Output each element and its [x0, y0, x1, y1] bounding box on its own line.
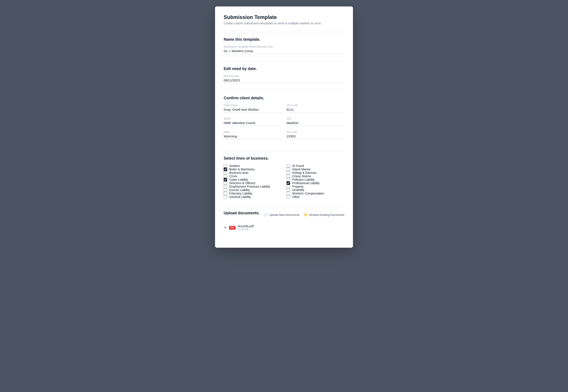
ocean-marine-checkbox[interactable]: [287, 174, 290, 178]
street-value: 0986 Valentine Courts: [224, 121, 281, 126]
inland-marine-label: Inland Marine: [292, 168, 311, 171]
directors-checkbox[interactable]: [224, 181, 227, 185]
boiler-label: Boiler & Machinery: [229, 168, 255, 171]
zip-label: Zip Code: [287, 130, 344, 134]
checkbox-cyber[interactable]: Cyber Liability: [224, 178, 281, 181]
template-name-label: Submission Template Name (Internal Only): [224, 45, 344, 48]
upload-section: Upload documents. 📄 Upload New Documents…: [224, 211, 344, 233]
zip-value: 23353: [287, 134, 344, 140]
umbrella-checkbox[interactable]: [287, 188, 290, 192]
sic-code-label: SIC Code: [287, 104, 344, 107]
divider-3: [224, 90, 344, 91]
checkbox-business-auto[interactable]: Business Auto: [224, 171, 281, 174]
aviation-checkbox[interactable]: [224, 164, 227, 168]
id-fraud-checkbox[interactable]: [287, 164, 290, 168]
excess-checkbox[interactable]: [224, 188, 227, 192]
client-section-heading: Confirm client details.: [224, 96, 344, 100]
checkbox-crime[interactable]: Crime: [224, 174, 281, 178]
business-auto-label: Business Auto: [229, 171, 248, 174]
upload-actions: 📄 Upload New Documents 📁 Browse Existing…: [264, 213, 344, 217]
property-checkbox[interactable]: [287, 185, 290, 188]
need-by-label: Need by date: [224, 74, 344, 78]
checkbox-professional[interactable]: Professional Liability: [287, 181, 344, 185]
street-label: Street: [224, 117, 281, 120]
name-section-heading: Name this template.: [224, 37, 344, 42]
checkbox-umbrella[interactable]: Umbrella: [287, 188, 344, 192]
need-by-section-heading: Edit need by date.: [224, 67, 344, 71]
checkbox-other[interactable]: Other: [287, 195, 344, 199]
checkbox-directors[interactable]: Directors & Officers: [224, 181, 281, 185]
general-label: General Liability: [229, 195, 251, 199]
fiduciary-checkbox[interactable]: [224, 192, 227, 195]
kidnap-checkbox[interactable]: [287, 171, 290, 174]
checkbox-aviation[interactable]: Aviation: [224, 164, 281, 168]
employment-checkbox[interactable]: [224, 185, 227, 188]
checkbox-kidnap[interactable]: Kidnap & Ransom: [287, 171, 344, 174]
checkbox-property[interactable]: Property: [287, 185, 344, 188]
file-info: Accords.pdf 15.60 KB: [238, 224, 254, 231]
directors-label: Directors & Officers: [229, 181, 255, 185]
checkbox-fiduciary[interactable]: Fiduciary Liability: [224, 192, 281, 195]
sic-code-field: SIC Code 9111: [287, 104, 344, 113]
cyber-checkbox[interactable]: [224, 178, 227, 181]
checkbox-col-right: ID Fraud Inland Marine Kidnap & Ransom O…: [287, 164, 344, 199]
lines-of-business-section: Select lines of business. Aviation Boile…: [224, 156, 344, 199]
aviation-label: Aviation: [229, 164, 240, 168]
cyber-label: Cyber Liability: [229, 178, 248, 181]
client-row-2: Street 0986 Valentine Courts City Markfo…: [224, 117, 344, 130]
professional-label: Professional Liability: [292, 181, 320, 185]
modal-title: Submission Template: [224, 14, 344, 20]
business-auto-checkbox[interactable]: [224, 171, 227, 174]
checkbox-pollution[interactable]: Pollution Liability: [287, 178, 344, 181]
template-name-value: GL + Workers Comp: [224, 49, 344, 54]
sic-code-value: 9111: [287, 108, 344, 113]
file-remove-button[interactable]: ✕: [224, 226, 227, 230]
general-checkbox[interactable]: [224, 195, 227, 199]
state-value: Wyoming: [224, 134, 281, 140]
professional-checkbox[interactable]: [287, 181, 290, 185]
checkbox-id-fraud[interactable]: ID Fraud: [287, 164, 344, 168]
checkbox-general[interactable]: General Liability: [224, 195, 281, 199]
pdf-icon: PDF: [229, 226, 236, 230]
client-name-value: Gray, Oneill and Shelton: [224, 108, 281, 113]
browse-icon: 📁: [304, 213, 308, 217]
inland-marine-checkbox[interactable]: [287, 168, 290, 171]
template-name-field: Submission Template Name (Internal Only)…: [224, 45, 344, 54]
client-row-1: Client Name Gray, Oneill and Shelton SIC…: [224, 104, 344, 117]
checkbox-inland-marine[interactable]: Inland Marine: [287, 168, 344, 171]
checkbox-boiler[interactable]: Boiler & Machinery: [224, 168, 281, 171]
lines-section-heading: Select lines of business.: [224, 156, 344, 161]
city-value: Markfort: [287, 121, 344, 126]
pollution-label: Pollution Liability: [292, 178, 315, 181]
submission-template-modal: Submission Template Create custom submis…: [215, 6, 353, 248]
crime-checkbox[interactable]: [224, 174, 227, 178]
upload-header: Upload documents. 📄 Upload New Documents…: [224, 211, 344, 219]
kidnap-label: Kidnap & Ransom: [292, 171, 316, 174]
city-field: City Markfort: [287, 117, 344, 126]
boiler-checkbox[interactable]: [224, 168, 227, 171]
city-label: City: [287, 117, 344, 120]
upload-new-button[interactable]: 📄 Upload New Documents: [264, 213, 299, 217]
need-by-section: Edit need by date. Need by date 08/11/20…: [224, 67, 344, 84]
checkbox-ocean-marine[interactable]: Ocean Marine: [287, 174, 344, 178]
other-checkbox[interactable]: [287, 195, 290, 199]
checkbox-employment[interactable]: Employment Practices Liability: [224, 185, 281, 188]
browse-existing-button[interactable]: 📁 Browse Existing Documents: [304, 213, 344, 217]
street-field: Street 0986 Valentine Courts: [224, 117, 281, 126]
checkbox-excess[interactable]: Excess Liability: [224, 188, 281, 192]
upload-new-icon: 📄: [264, 213, 268, 217]
checkbox-workers-comp[interactable]: Workers' Compensation: [287, 192, 344, 195]
client-row-3: State Wyoming Zip Code 23353: [224, 130, 344, 144]
client-details-section: Confirm client details. Client Name Gray…: [224, 96, 344, 144]
file-item: ✕ PDF Accords.pdf 15.60 KB: [224, 222, 344, 233]
checkbox-grid: Aviation Boiler & Machinery Business Aut…: [224, 164, 344, 199]
divider-2: [224, 61, 344, 61]
excess-label: Excess Liability: [229, 188, 250, 192]
workers-comp-checkbox[interactable]: [287, 192, 290, 195]
file-size: 15.60 KB: [238, 228, 254, 231]
pollution-checkbox[interactable]: [287, 178, 290, 181]
crime-label: Crime: [229, 174, 237, 178]
file-name: Accords.pdf: [238, 224, 254, 228]
need-by-field: Need by date 08/11/2023: [224, 74, 344, 84]
property-label: Property: [292, 185, 304, 188]
